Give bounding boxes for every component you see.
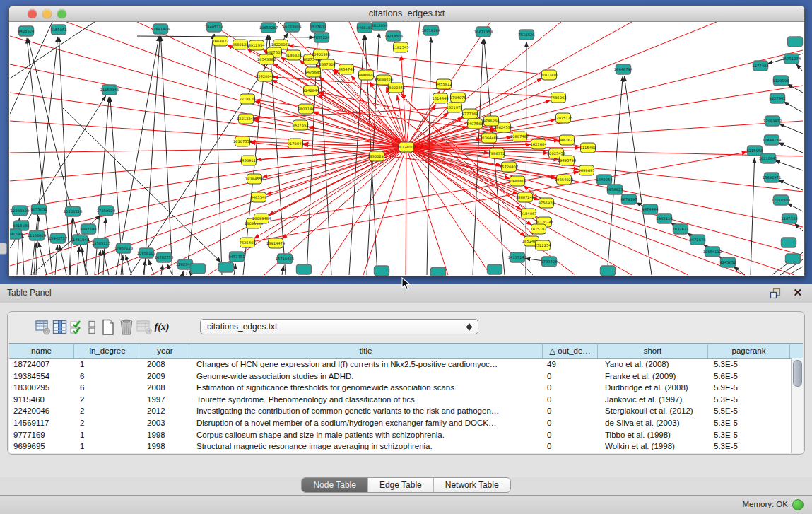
column-header-out_de[interactable]: △ out_de… [543,344,598,358]
graph-node[interactable]: 9155051 [50,25,66,35]
graph-node[interactable]: 7663822 [212,36,228,46]
table-row[interactable]: 946554611997Estimation of the future num… [9,452,792,453]
delete-column-icon[interactable] [118,318,135,337]
table-row[interactable]: 1872400712008Changes of HCN gene express… [9,358,792,370]
table-select-combo[interactable]: citations_edges.txt [200,319,478,334]
graph-node[interactable]: 16099484 [252,214,271,223]
network-canvas[interactable]: 1872400786601238912954182260589827503165… [10,22,804,276]
table-row[interactable]: 1938455462009Genome-wide association stu… [9,370,792,382]
graph-node[interactable]: 9245652 [719,257,736,267]
graph-node[interactable]: 16033809 [283,22,301,32]
graph-node[interactable]: 14569117 [240,156,258,165]
table-row[interactable]: 1456911722003Disruption of a novel membe… [9,417,792,429]
graph-node[interactable]: 7986372 [488,148,505,158]
graph-node[interactable]: 12266509 [11,206,29,216]
graph-node[interactable]: 16648794 [614,64,633,74]
graph-node[interactable]: 13942757 [49,233,67,243]
graph-node[interactable]: 9391593 [10,229,23,239]
graph-node[interactable]: 9465546 [250,192,266,202]
graph-node[interactable]: 9405574 [18,26,35,36]
graph-node[interactable]: 6466160 [356,23,372,33]
graph-node[interactable]: 9115460 [579,143,596,153]
graph-node[interactable] [191,264,206,274]
graph-node[interactable]: 9733426 [541,257,557,267]
graph-node[interactable]: 16671358 [474,27,493,37]
column-header-short[interactable]: short [598,344,708,358]
graph-node[interactable]: 7857224 [313,33,330,42]
graph-node[interactable]: 17016504 [772,195,791,205]
graph-node[interactable]: 21053346 [100,85,119,95]
graph-node[interactable] [601,266,616,276]
graph-node[interactable]: 19405714 [205,22,224,32]
graph-node[interactable]: 8958923 [606,185,623,194]
graph-node[interactable]: 17957223 [114,243,133,253]
graph-node[interactable]: 9777169 [461,109,478,119]
network-window-titlebar[interactable]: citations_edges.txt [9,6,804,22]
graph-node[interactable]: 1277403 [752,61,768,71]
graph-node[interactable]: 1167533 [781,214,797,223]
row-height-icon[interactable] [83,318,100,337]
graph-node[interactable] [788,37,803,47]
table-mode-icon[interactable] [35,318,52,337]
graph-node[interactable]: 9170044 [287,139,304,148]
graph-node[interactable] [297,264,312,274]
graph-node[interactable] [375,266,389,276]
graph-node[interactable]: 9699695 [578,165,594,175]
graph-node[interactable]: 17359924 [97,206,116,216]
graph-node[interactable]: 9475685 [305,67,321,77]
graph-node[interactable]: 11156809 [28,230,46,240]
graph-node[interactable]: 19654923 [555,175,573,185]
graph-node[interactable]: 19384554 [245,174,264,184]
graph-node[interactable]: 8454749 [338,64,354,74]
graph-node[interactable]: 18724007 [397,142,416,152]
table-row[interactable]: 2242004622012Investigating the contribut… [9,405,792,417]
graph-node[interactable]: 9457751 [228,252,245,262]
float-panel-icon[interactable] [770,288,781,298]
graph-node[interactable]: 1514448 [432,93,448,103]
graph-node[interactable]: 15716485 [276,254,294,264]
column-header-name[interactable]: name [9,344,74,358]
delete-table-icon[interactable] [136,318,153,337]
network-window[interactable]: citations_edges.txt 18724007866012389129… [8,5,805,276]
tab-node-table[interactable]: Node Table [302,478,368,492]
graph-node[interactable]: 9463627 [558,135,575,145]
graph-node[interactable]: 12444159 [763,135,781,145]
graph-node[interactable]: 9746266 [483,116,499,126]
graph-node[interactable]: 12975115 [554,113,572,123]
table-scrollbar[interactable] [791,358,803,453]
graph-node[interactable]: 6679197 [620,194,637,204]
graph-node[interactable]: 9446821 [358,70,374,80]
column-header-title[interactable]: title [189,344,543,358]
table-row[interactable]: 1830029562008Estimation of significance … [9,382,792,394]
close-panel-icon[interactable]: ✕ [793,286,802,299]
graph-node[interactable]: 2522254 [534,240,551,250]
table-row[interactable]: 911546021997Tourette syndrome. Phenomeno… [9,394,792,406]
graph-node[interactable]: 16210643 [759,153,777,163]
graph-node[interactable]: 1527602 [310,22,326,32]
graph-node[interactable]: 16782753 [155,252,173,262]
graph-node[interactable]: 20364486 [480,133,498,143]
column-header-in_degree[interactable]: in_degree [74,344,141,358]
graph-node[interactable]: 15720407 [500,162,518,172]
graph-node[interactable] [431,267,446,276]
graph-node[interactable]: 10958107 [137,248,155,258]
graph-node[interactable] [488,264,502,274]
graph-node[interactable]: 13505115 [92,238,110,248]
graph-node[interactable]: 9474444 [642,204,659,214]
graph-node[interactable]: 9397588 [80,224,96,234]
graph-node[interactable]: 9055051 [30,204,47,214]
graph-node[interactable]: 8813054 [371,22,388,30]
graph-node[interactable]: 18220345 [387,83,405,93]
graph-node[interactable]: 9756928 [538,198,554,208]
graph-node[interactable]: 10807487 [510,132,529,141]
graph-node[interactable]: 22420046 [256,71,274,81]
show-column-icon[interactable] [52,318,69,337]
graph-node[interactable]: 1182545 [392,42,408,52]
graph-node[interactable]: 20206526 [64,206,82,216]
west-panel-grip[interactable] [0,243,7,255]
graph-node[interactable]: 18300295 [367,151,386,161]
graph-node[interactable]: 10402546 [312,49,330,59]
graph-node[interactable]: 2803144 [298,104,314,114]
graph-node[interactable]: 9242844 [302,86,319,95]
graph-node[interactable]: 7632621 [672,224,688,234]
